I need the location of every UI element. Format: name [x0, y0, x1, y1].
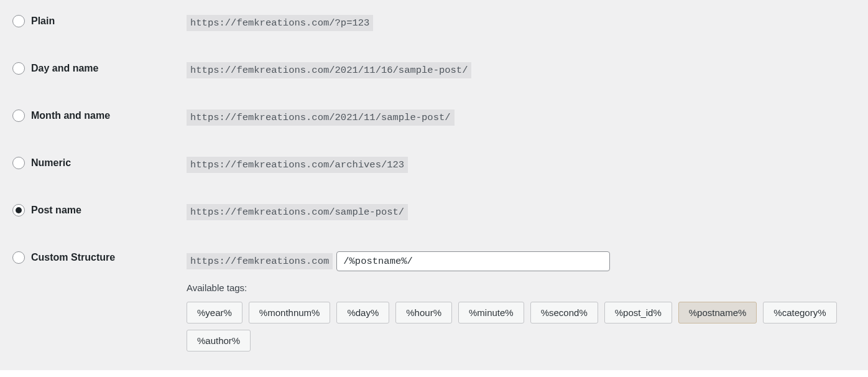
option-example-plain: https://femkreations.com/?p=123: [187, 15, 856, 31]
tag-postname[interactable]: %postname%: [678, 302, 757, 323]
option-row-post-name: Post name https://femkreations.com/sampl…: [12, 204, 856, 220]
available-tags: %year% %monthnum% %day% %hour% %minute% …: [187, 302, 846, 351]
tag-minute[interactable]: %minute%: [458, 302, 524, 323]
tag-hour[interactable]: %hour%: [395, 302, 452, 323]
option-text-custom: Custom Structure: [31, 252, 115, 263]
option-label-post-name[interactable]: Post name: [12, 204, 187, 216]
example-code-month-name: https://femkreations.com/2021/11/sample-…: [187, 109, 455, 126]
example-code-post-name: https://femkreations.com/sample-post/: [187, 204, 408, 220]
example-code-day-name: https://femkreations.com/2021/11/16/samp…: [187, 62, 471, 78]
radio-month-name[interactable]: [12, 109, 25, 122]
option-row-month-name: Month and name https://femkreations.com/…: [12, 109, 856, 126]
example-code-numeric: https://femkreations.com/archives/123: [187, 157, 408, 173]
radio-custom[interactable]: [12, 251, 25, 264]
option-row-numeric: Numeric https://femkreations.com/archive…: [12, 157, 856, 173]
option-label-day-name[interactable]: Day and name: [12, 62, 187, 75]
option-example-numeric: https://femkreations.com/archives/123: [187, 157, 856, 173]
radio-day-name[interactable]: [12, 62, 25, 75]
tag-year[interactable]: %year%: [187, 302, 242, 323]
custom-structure-input[interactable]: [336, 251, 610, 271]
option-text-plain: Plain: [31, 16, 55, 27]
tag-category[interactable]: %category%: [763, 302, 836, 323]
radio-plain[interactable]: [12, 15, 25, 27]
option-text-month-name: Month and name: [31, 110, 110, 121]
option-row-plain: Plain https://femkreations.com/?p=123: [12, 15, 856, 31]
option-text-post-name: Post name: [31, 205, 81, 216]
example-code-plain: https://femkreations.com/?p=123: [187, 15, 373, 31]
option-example-month-name: https://femkreations.com/2021/11/sample-…: [187, 109, 856, 126]
option-example-day-name: https://femkreations.com/2021/11/16/samp…: [187, 62, 856, 78]
available-tags-label: Available tags:: [187, 282, 856, 293]
option-label-plain[interactable]: Plain: [12, 15, 187, 27]
option-label-numeric[interactable]: Numeric: [12, 157, 187, 169]
option-label-custom[interactable]: Custom Structure: [12, 251, 187, 264]
radio-post-name[interactable]: [12, 204, 25, 216]
custom-structure-area: https://femkreations.com Available tags:…: [187, 251, 856, 351]
option-row-custom: Custom Structure https://femkreations.co…: [12, 251, 856, 351]
option-text-numeric: Numeric: [31, 157, 71, 169]
tag-author[interactable]: %author%: [187, 330, 251, 351]
option-row-day-name: Day and name https://femkreations.com/20…: [12, 62, 856, 78]
tag-monthnum[interactable]: %monthnum%: [249, 302, 331, 323]
option-label-month-name[interactable]: Month and name: [12, 109, 187, 122]
radio-numeric[interactable]: [12, 157, 25, 169]
permalink-settings-panel: Plain https://femkreations.com/?p=123 Da…: [0, 0, 868, 370]
custom-base-url: https://femkreations.com: [187, 253, 333, 269]
custom-structure-line: https://femkreations.com: [187, 251, 856, 271]
tag-post-id[interactable]: %post_id%: [604, 302, 672, 323]
option-example-post-name: https://femkreations.com/sample-post/: [187, 204, 856, 220]
tag-second[interactable]: %second%: [530, 302, 598, 323]
tag-day[interactable]: %day%: [336, 302, 389, 323]
option-text-day-name: Day and name: [31, 63, 98, 74]
